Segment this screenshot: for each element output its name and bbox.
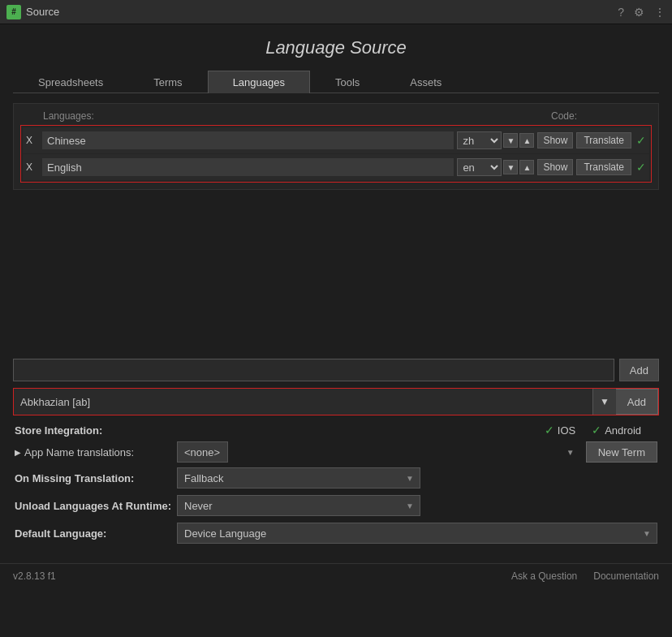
- code-column-header: Code:: [551, 110, 648, 122]
- languages-panel: Languages: Code: X zh ▼ ▲ Show Translate…: [13, 103, 659, 190]
- english-translate-button[interactable]: Translate: [576, 159, 631, 175]
- dropdown-arrow-icon[interactable]: ▼: [592, 389, 616, 415]
- title-bar-controls: ? ⚙ ⋮: [618, 6, 666, 19]
- footer: v2.8.13 f1 Ask a Question Documentation: [0, 563, 672, 588]
- english-move-down[interactable]: ▼: [503, 160, 518, 174]
- ios-check-icon: ✓: [545, 424, 554, 437]
- ask-question-link[interactable]: Ask a Question: [511, 570, 577, 582]
- version-label: v2.8.13 f1: [13, 570, 56, 582]
- footer-links: Ask a Question Documentation: [511, 570, 659, 582]
- ios-label: IOS: [558, 424, 575, 437]
- store-integration-row: Store Integration: ✓ IOS ✓ Android: [15, 424, 657, 437]
- settings-section: Store Integration: ✓ IOS ✓ Android ▶ App…: [13, 424, 659, 544]
- chinese-move-down[interactable]: ▼: [503, 133, 518, 148]
- app-name-row: ▶ App Name translations: <none> New Term: [15, 441, 657, 463]
- tab-languages[interactable]: Languages: [208, 71, 310, 93]
- empty-area: [13, 196, 659, 359]
- tab-spreadsheets[interactable]: Spreadsheets: [13, 71, 128, 93]
- on-missing-row: On Missing Translation: Fallback Empty S…: [15, 467, 657, 489]
- app-name-text: App Name translations:: [24, 446, 134, 458]
- app-name-label: ▶ App Name translations:: [15, 446, 177, 458]
- unity-icon: #: [6, 5, 21, 19]
- chinese-code-select[interactable]: zh: [457, 131, 502, 149]
- language-row-english: X en ▼ ▲ Show Translate ✓: [23, 154, 649, 180]
- add-top-button[interactable]: Add: [619, 359, 659, 381]
- settings-icon[interactable]: ⚙: [634, 6, 644, 19]
- tab-tools[interactable]: Tools: [310, 71, 385, 93]
- chinese-translate-button[interactable]: Translate: [576, 132, 631, 148]
- languages-header: Languages: Code:: [20, 110, 652, 125]
- app-name-select-wrap: <none>: [177, 441, 581, 463]
- on-missing-label: On Missing Translation:: [15, 472, 177, 484]
- chinese-show-button[interactable]: Show: [537, 132, 573, 148]
- unload-select-wrap: Never Always Based on System Language: [177, 495, 420, 516]
- title-bar-title: Source: [26, 6, 618, 18]
- on-missing-select-wrap: Fallback Empty Same as Source: [177, 467, 420, 489]
- android-label: Android: [605, 424, 641, 437]
- page-title: Language Source: [13, 37, 659, 58]
- add-language-search-section: Add: [13, 359, 659, 381]
- chinese-controls: ▼ ▲ Show Translate ✓: [503, 132, 646, 148]
- store-integration-label: Store Integration:: [15, 424, 545, 437]
- menu-icon[interactable]: ⋮: [654, 6, 666, 19]
- tab-bar: Spreadsheets Terms Languages Tools Asset…: [13, 70, 659, 93]
- english-name-input[interactable]: [42, 158, 454, 176]
- default-language-select[interactable]: Device Language Chinese English: [177, 523, 657, 544]
- android-check-icon: ✓: [592, 424, 601, 437]
- language-dropdown[interactable]: Abkhazian [ab]: [14, 389, 592, 415]
- language-list-box: X zh ▼ ▲ Show Translate ✓ X en: [20, 125, 652, 183]
- add-language-box: Abkhazian [ab] ▼ Add: [13, 388, 659, 415]
- chinese-name-input[interactable]: [42, 131, 454, 149]
- ios-check: ✓ IOS: [545, 424, 575, 437]
- english-show-button[interactable]: Show: [537, 159, 573, 175]
- default-language-row: Default Language: Device Language Chines…: [15, 523, 657, 544]
- default-language-select-wrap: Device Language Chinese English: [177, 523, 657, 544]
- english-move-up[interactable]: ▲: [519, 160, 534, 174]
- documentation-link[interactable]: Documentation: [593, 570, 659, 582]
- android-check: ✓ Android: [592, 424, 641, 437]
- remove-chinese-button[interactable]: X: [26, 135, 42, 146]
- unload-languages-row: Unload Languages At Runtime: Never Alway…: [15, 495, 657, 516]
- lang-column-header: Languages:: [24, 110, 551, 122]
- english-controls: ▼ ▲ Show Translate ✓: [503, 159, 646, 175]
- main-content: Language Source Spreadsheets Terms Langu…: [0, 24, 672, 557]
- chinese-enabled-check: ✓: [636, 134, 646, 147]
- title-bar: # Source ? ⚙ ⋮: [0, 0, 672, 24]
- remove-english-button[interactable]: X: [26, 161, 42, 173]
- language-search-input[interactable]: [13, 359, 614, 381]
- english-code-select[interactable]: en: [457, 158, 502, 176]
- chinese-move-up[interactable]: ▲: [519, 133, 534, 148]
- unload-select[interactable]: Never Always Based on System Language: [177, 495, 420, 516]
- add-language-button[interactable]: Add: [616, 389, 658, 415]
- triangle-icon: ▶: [15, 448, 21, 457]
- new-term-button[interactable]: New Term: [586, 441, 657, 463]
- tab-terms[interactable]: Terms: [128, 71, 207, 93]
- unload-languages-label: Unload Languages At Runtime:: [15, 500, 177, 512]
- default-language-label: Default Language:: [15, 527, 177, 540]
- tab-assets[interactable]: Assets: [385, 71, 467, 93]
- language-row-chinese: X zh ▼ ▲ Show Translate ✓: [23, 127, 649, 153]
- app-name-select[interactable]: <none>: [177, 441, 228, 463]
- english-enabled-check: ✓: [636, 161, 646, 174]
- on-missing-select[interactable]: Fallback Empty Same as Source: [177, 467, 420, 489]
- help-icon[interactable]: ?: [618, 6, 624, 19]
